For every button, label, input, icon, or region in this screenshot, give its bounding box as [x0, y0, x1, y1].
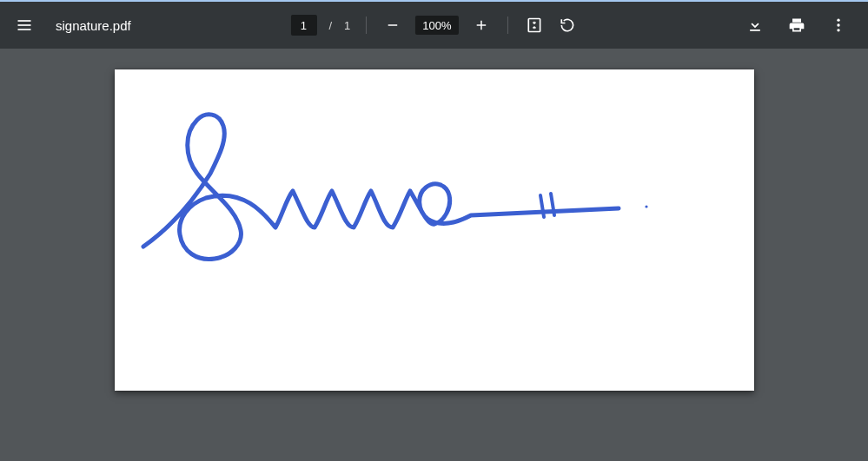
svg-rect-3 [388, 24, 398, 26]
document-filename: signature.pdf [56, 18, 131, 33]
zoom-level-display[interactable]: 100% [415, 16, 458, 35]
rotate-icon[interactable] [557, 15, 578, 36]
toolbar-center-group: / 1 100% [290, 15, 577, 36]
svg-rect-1 [18, 24, 31, 26]
svg-rect-0 [18, 20, 31, 22]
signature-image [115, 69, 754, 391]
svg-point-10 [645, 205, 647, 207]
pdf-toolbar: signature.pdf / 1 100% [0, 2, 868, 49]
svg-rect-6 [528, 19, 540, 32]
zoom-level-text: 100% [422, 19, 451, 32]
svg-rect-5 [480, 21, 482, 30]
pdf-viewport[interactable] [0, 49, 868, 461]
toolbar-left-group: signature.pdf [0, 15, 131, 36]
svg-rect-2 [18, 29, 31, 30]
print-icon[interactable] [786, 15, 807, 36]
toolbar-right-group [745, 15, 868, 36]
page-separator: / [328, 19, 332, 32]
toolbar-divider [507, 16, 508, 34]
page-total: 1 [344, 19, 350, 32]
svg-point-8 [837, 23, 839, 26]
zoom-in-icon[interactable] [471, 15, 492, 36]
pdf-page [115, 69, 754, 391]
toolbar-divider [366, 16, 367, 34]
zoom-out-icon[interactable] [382, 15, 403, 36]
svg-point-7 [837, 19, 839, 22]
svg-point-9 [837, 29, 839, 31]
fit-page-icon[interactable] [524, 15, 545, 36]
download-icon[interactable] [745, 15, 765, 36]
more-icon[interactable] [828, 15, 849, 36]
page-number-input[interactable] [290, 15, 316, 36]
menu-icon[interactable] [14, 15, 35, 36]
